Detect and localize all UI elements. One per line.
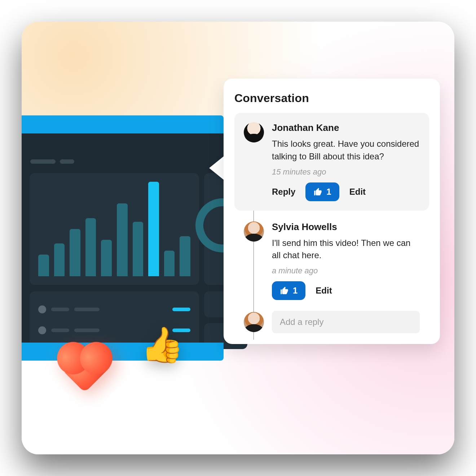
edit-button[interactable]: Edit (349, 187, 366, 197)
bar (70, 229, 80, 276)
comment-timestamp: a minute ago (272, 266, 420, 276)
comment-text: This looks great. Have you considered ta… (272, 138, 420, 163)
comment-actions: Reply 1 Edit (272, 182, 420, 201)
comment-timestamp: 15 minutes ago (272, 167, 420, 177)
comment-actions: 1 Edit (272, 281, 420, 300)
comment-author: Sylvia Howells (272, 221, 420, 233)
promo-stage: 👍 Conversation Jonathan Kane This looks … (22, 22, 454, 454)
like-button[interactable]: 1 (272, 281, 305, 300)
avatar (244, 122, 264, 142)
like-count: 1 (293, 286, 298, 296)
reply-row (234, 311, 429, 333)
like-count: 1 (326, 187, 331, 197)
dashboard-bar-chart-card (30, 173, 199, 285)
bar (38, 255, 49, 276)
row-avatar (38, 305, 46, 313)
thumbs-up-icon: 👍 (141, 327, 184, 362)
comment-item: Sylvia Howells I'll send him this video!… (234, 221, 429, 300)
dashboard-titlebar (22, 115, 224, 133)
edit-button[interactable]: Edit (316, 286, 332, 296)
conversation-panel: Conversation Jonathan Kane This looks gr… (224, 79, 440, 344)
speech-pointer (209, 156, 224, 180)
heart-icon (62, 347, 107, 392)
avatar (244, 312, 264, 332)
comment-item: Jonathan Kane This looks great. Have you… (234, 113, 429, 211)
comment-author: Jonathan Kane (272, 122, 420, 133)
dashboard-header-skeleton (30, 159, 74, 164)
bar (148, 182, 159, 276)
panel-title: Conversation (234, 92, 429, 105)
comment-text: I'll send him this video! Then we can al… (272, 237, 420, 262)
bar-chart (38, 182, 190, 276)
bar (117, 203, 128, 276)
thumbs-up-icon (313, 187, 323, 197)
bar (85, 218, 96, 276)
dashboard-body (22, 133, 224, 343)
dashboard-footer (22, 343, 224, 361)
table-row (38, 302, 190, 317)
row-avatar (38, 326, 46, 334)
thumbs-up-icon (280, 286, 289, 295)
bar (164, 251, 175, 276)
reply-button[interactable]: Reply (272, 187, 295, 197)
avatar (244, 221, 264, 242)
bar (101, 240, 112, 276)
bar (180, 236, 190, 276)
dashboard-preview (22, 115, 224, 361)
bar (54, 243, 65, 276)
reply-input[interactable] (272, 311, 420, 333)
like-button[interactable]: 1 (305, 182, 339, 201)
bar (133, 222, 144, 276)
